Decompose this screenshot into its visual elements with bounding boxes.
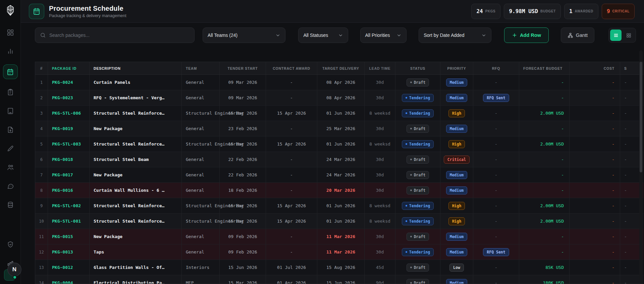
sidebar-item-database[interactable] bbox=[5, 199, 16, 211]
cell-contract-award: 01 Apr 2026 bbox=[266, 275, 317, 284]
sidebar-item-company[interactable] bbox=[5, 105, 16, 117]
cell-package-id[interactable]: PKG-0013 bbox=[48, 244, 90, 260]
cell-rfq: - bbox=[473, 121, 519, 136]
sidebar-item-analytics[interactable] bbox=[5, 46, 16, 57]
column-header[interactable]: CONTRACT AWARD bbox=[266, 62, 317, 74]
cell-description: Electrical Distribution Pa… bbox=[90, 275, 182, 284]
cell-cost: - bbox=[570, 275, 620, 284]
stat-awarded-label: AWARDED bbox=[575, 9, 593, 13]
target-delivery-date: 01 Jun 2026 bbox=[326, 219, 355, 224]
column-header[interactable]: FORECAST BUDGET bbox=[519, 62, 570, 74]
priority-badge: Medium bbox=[446, 78, 468, 87]
table-row[interactable]: 5PKG-STL-003Structural Steel Reinforce…S… bbox=[35, 136, 643, 152]
table-row[interactable]: 4PKG-0019New PackageGeneral23 Feb 2026-2… bbox=[35, 121, 643, 136]
table-row[interactable]: 12PKG-0013TapsGeneral09 Feb 2026-11 Mar … bbox=[35, 244, 643, 260]
sidebar-item-security[interactable] bbox=[5, 239, 16, 250]
sidebar-item-team[interactable] bbox=[5, 162, 16, 173]
cell-package-id[interactable]: PKG-STL-006 bbox=[48, 106, 90, 121]
column-header[interactable]: DESCRIPTION bbox=[90, 62, 182, 74]
packages-table: #PACKAGE IDDESCRIPTIONTEAMTENDER STARTCO… bbox=[35, 62, 643, 284]
cell-package-id[interactable]: PKG-0012 bbox=[48, 260, 90, 275]
priority-badge: High bbox=[448, 109, 465, 117]
status-badge: Draft bbox=[407, 279, 429, 284]
cell-rfq: - bbox=[473, 183, 519, 198]
target-delivery-date: 11 Mar 2026 bbox=[326, 234, 355, 239]
column-header[interactable]: # bbox=[35, 62, 48, 74]
table-row[interactable]: 9PKG-STL-002Structural Steel Reinforce…S… bbox=[35, 198, 643, 214]
cell-priority: High bbox=[440, 198, 473, 213]
user-profile[interactable]: N bbox=[3, 265, 21, 281]
cell-package-id[interactable]: PKG-0015 bbox=[48, 229, 90, 244]
cell-team: MEP bbox=[182, 275, 220, 284]
list-view-button[interactable] bbox=[610, 30, 622, 41]
table-row[interactable]: 13PKG-0012Glass Partition Walls - Of…Int… bbox=[35, 260, 643, 275]
status-filter-dropdown[interactable]: All Statuses bbox=[298, 27, 348, 43]
column-header[interactable]: PRIORITY bbox=[440, 62, 473, 74]
sidebar-item-documents[interactable] bbox=[5, 124, 16, 135]
row-number: 13 bbox=[35, 260, 48, 275]
cell-package-id[interactable]: PKG-STL-002 bbox=[48, 198, 90, 213]
cell-package-id[interactable]: PKG-0004 bbox=[48, 275, 90, 284]
cell-description: New Package bbox=[90, 229, 182, 244]
cell-contract-award: 15 Apr 2026 bbox=[266, 106, 317, 121]
vertical-scrollbar[interactable] bbox=[639, 50, 643, 283]
cell-target-delivery: 01 Jun 2026 bbox=[317, 106, 365, 121]
table-row[interactable]: 11PKG-0015New PackageGeneral09 Feb 2026-… bbox=[35, 229, 643, 244]
sidebar-item-dashboard[interactable] bbox=[5, 27, 16, 38]
cell-package-id[interactable]: PKG-0024 bbox=[48, 75, 90, 90]
column-header[interactable]: COST bbox=[570, 62, 620, 74]
sidebar-item-edit[interactable] bbox=[5, 143, 16, 154]
column-header[interactable]: TENDER START bbox=[220, 62, 266, 74]
column-header[interactable]: LEAD TIME bbox=[365, 62, 395, 74]
cell-package-id[interactable]: PKG-0018 bbox=[48, 152, 90, 167]
target-delivery-date: 15 Aug 2026 bbox=[326, 265, 355, 270]
sort-dropdown[interactable]: Sort by Date Added bbox=[419, 27, 491, 43]
cell-priority: Critical bbox=[440, 152, 473, 167]
scrollbar-thumb[interactable] bbox=[640, 62, 642, 172]
column-header[interactable]: TEAM bbox=[182, 62, 220, 74]
cell-package-id[interactable]: PKG-STL-003 bbox=[48, 136, 90, 152]
gantt-button[interactable]: Gantt bbox=[561, 27, 594, 43]
online-status-dot bbox=[13, 275, 17, 279]
table-row[interactable]: 2PKG-0023RFQ - Systemelement - Verg…Gene… bbox=[35, 90, 643, 106]
table-row[interactable]: 3PKG-STL-006Structural Steel Reinforce…S… bbox=[35, 106, 643, 121]
column-header[interactable]: RFQ bbox=[473, 62, 519, 74]
search-box[interactable] bbox=[35, 27, 195, 43]
cell-package-id[interactable]: PKG-0023 bbox=[48, 90, 90, 105]
cell-cost: - bbox=[570, 90, 620, 105]
table-row[interactable]: 7PKG-0017New PackageGeneral22 Feb 2026-2… bbox=[35, 167, 643, 183]
cell-priority: Medium bbox=[440, 75, 473, 90]
table-row[interactable]: 10PKG-STL-001Structural Steel Reinforce…… bbox=[35, 214, 643, 229]
cell-package-id[interactable]: PKG-0019 bbox=[48, 121, 90, 136]
priority-filter-dropdown[interactable]: All Priorities bbox=[360, 27, 407, 43]
sidebar-item-tasks[interactable] bbox=[5, 87, 16, 98]
add-row-button[interactable]: Add Row bbox=[504, 27, 548, 43]
cell-package-id[interactable]: PKG-0016 bbox=[48, 183, 90, 198]
search-input[interactable] bbox=[49, 33, 190, 38]
cell-forecast-budget: 2.00M USD bbox=[519, 106, 570, 121]
table-row[interactable]: 14PKG-0004Electrical Distribution Pa…MEP… bbox=[35, 275, 643, 284]
cell-priority: Medium bbox=[440, 90, 473, 105]
cell-priority: Medium bbox=[440, 183, 473, 198]
table-row[interactable]: 8PKG-0016Curtain Wall Mullions - 6 …Gene… bbox=[35, 183, 643, 198]
table-row[interactable]: 6PKG-0018Structural Steel BeamGeneral22 … bbox=[35, 152, 643, 167]
cell-tender-start: 15 Mar 2026 bbox=[220, 136, 266, 152]
cell-status: Tendering bbox=[395, 198, 440, 213]
cell-cost: - bbox=[570, 229, 620, 244]
sidebar-item-chat[interactable] bbox=[5, 180, 16, 192]
column-header[interactable]: STATUS bbox=[395, 62, 440, 74]
cell-package-id[interactable]: PKG-STL-001 bbox=[48, 214, 90, 229]
avatar[interactable]: N bbox=[7, 263, 21, 277]
table-row[interactable]: 1PKG-0024Curtain PanelsGeneral09 Mar 202… bbox=[35, 75, 643, 90]
cell-lead-time: 30d bbox=[365, 90, 395, 105]
cell-tender-start: 09 Mar 2026 bbox=[220, 75, 266, 90]
column-header[interactable]: PACKAGE ID bbox=[48, 62, 90, 74]
column-header[interactable]: TARGET DELIVERY bbox=[317, 62, 365, 74]
target-delivery-date: 25 Mar 2026 bbox=[326, 126, 355, 131]
cell-status: Tendering bbox=[395, 214, 440, 229]
cell-package-id[interactable]: PKG-0017 bbox=[48, 167, 90, 182]
sidebar-item-schedule[interactable] bbox=[3, 64, 18, 79]
grid-view-button[interactable] bbox=[623, 30, 634, 41]
teams-filter-dropdown[interactable]: All Teams (24) bbox=[203, 27, 285, 43]
cell-contract-award: - bbox=[266, 90, 317, 105]
